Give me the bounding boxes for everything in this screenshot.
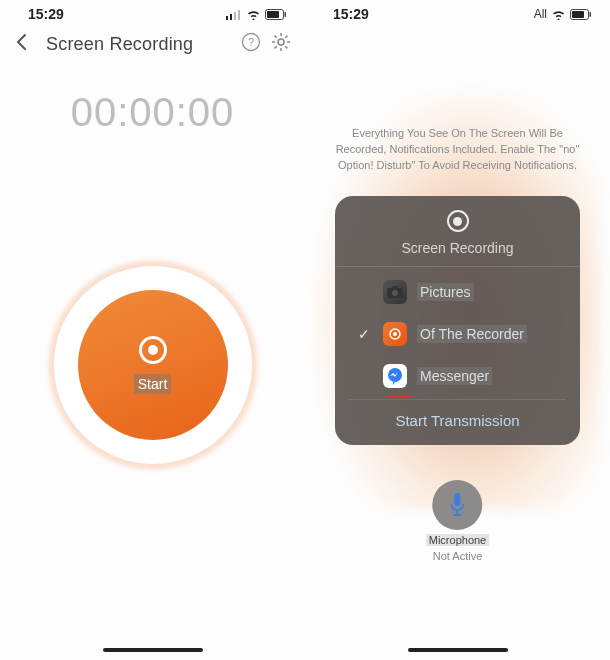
app-item-messenger[interactable]: Messenger xyxy=(349,355,566,397)
svg-rect-23 xyxy=(392,286,398,289)
start-transmission-button[interactable]: Start Transmission xyxy=(335,402,580,431)
svg-line-16 xyxy=(275,46,277,48)
messenger-icon xyxy=(383,364,407,388)
status-icons xyxy=(226,9,287,20)
app-list: Pictures ✓ Of The Recorder Messenger xyxy=(335,267,580,397)
status-time: 15:29 xyxy=(333,6,369,22)
microphone-button[interactable] xyxy=(432,480,482,530)
network-label: All xyxy=(534,7,547,21)
status-bar-left: 15:29 xyxy=(0,0,305,22)
svg-rect-1 xyxy=(230,14,232,20)
signal-icon xyxy=(226,9,242,20)
app-label: Pictures xyxy=(417,283,474,301)
wifi-icon xyxy=(246,9,261,20)
photos-icon xyxy=(383,280,407,304)
record-icon xyxy=(447,210,469,232)
start-button[interactable]: Start xyxy=(78,290,228,440)
svg-rect-27 xyxy=(454,493,460,506)
app-label: Of The Recorder xyxy=(417,325,527,343)
microphone-icon xyxy=(447,492,467,518)
svg-rect-0 xyxy=(226,16,228,20)
svg-rect-6 xyxy=(285,12,287,17)
panel-header: Screen Recording xyxy=(335,210,580,267)
battery-icon xyxy=(570,9,592,20)
app-item-recorder[interactable]: ✓ Of The Recorder xyxy=(349,313,566,355)
svg-point-25 xyxy=(393,332,397,336)
broadcast-panel: Screen Recording Pictures ✓ Of The Recor… xyxy=(335,196,580,445)
svg-line-14 xyxy=(275,36,277,38)
microphone-label: Microphone xyxy=(426,534,489,546)
wifi-icon xyxy=(551,9,566,20)
microphone-section: Microphone Not Active xyxy=(426,480,489,562)
panel-title: Screen Recording xyxy=(401,240,513,256)
start-label: Start xyxy=(134,374,172,394)
recorder-icon xyxy=(383,322,407,346)
timer-display: 00:00:00 xyxy=(0,90,305,135)
app-label: Messenger xyxy=(417,367,492,385)
page-title: Screen Recording xyxy=(38,34,231,55)
home-indicator[interactable] xyxy=(408,648,508,652)
left-screen: 15:29 Screen Recording ? 00:00:00 Start xyxy=(0,0,305,660)
back-icon[interactable] xyxy=(14,33,28,55)
status-bar-right: 15:29 All xyxy=(305,0,610,22)
instruction-text: Everything You See On The Screen Will Be… xyxy=(335,126,580,174)
svg-rect-20 xyxy=(590,12,592,17)
svg-text:?: ? xyxy=(248,36,254,48)
start-area: Start xyxy=(48,260,258,470)
svg-point-22 xyxy=(392,290,398,296)
right-screen: 15:29 All Everything You See On The Scre… xyxy=(305,0,610,660)
status-icons: All xyxy=(534,7,592,21)
svg-line-15 xyxy=(285,46,287,48)
check-icon: ✓ xyxy=(355,326,373,342)
svg-point-9 xyxy=(278,39,284,45)
divider xyxy=(349,399,566,400)
svg-rect-3 xyxy=(238,10,240,20)
gear-icon[interactable] xyxy=(271,32,291,56)
microphone-status: Not Active xyxy=(433,550,483,562)
svg-rect-2 xyxy=(234,12,236,20)
status-time: 15:29 xyxy=(28,6,64,22)
record-icon xyxy=(139,336,167,364)
help-icon[interactable]: ? xyxy=(241,32,261,56)
battery-icon xyxy=(265,9,287,20)
app-item-photos[interactable]: Pictures xyxy=(349,271,566,313)
underline-indicator xyxy=(387,395,411,397)
nav-bar: Screen Recording ? xyxy=(0,22,305,62)
svg-rect-19 xyxy=(572,11,584,18)
svg-rect-5 xyxy=(267,11,279,18)
home-indicator[interactable] xyxy=(103,648,203,652)
svg-line-17 xyxy=(285,36,287,38)
